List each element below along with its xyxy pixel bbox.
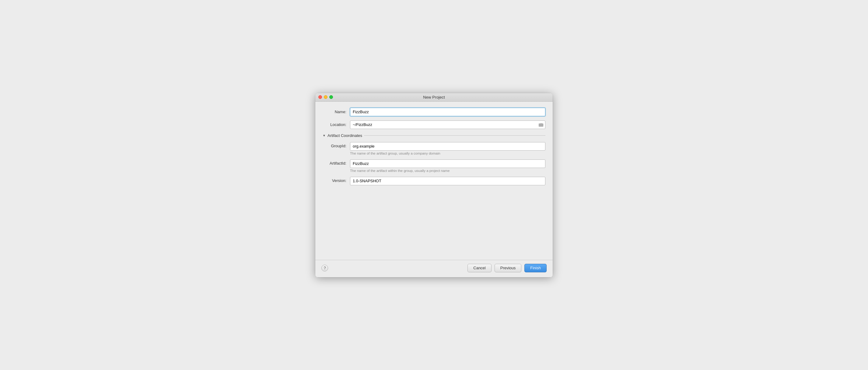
version-label: Version: [322,177,350,183]
location-label: Location: [322,122,350,127]
svg-rect-0 [539,124,543,127]
name-label: Name: [322,110,350,114]
name-input[interactable] [350,108,546,116]
traffic-lights [318,95,333,99]
location-input[interactable] [350,121,546,129]
artifact-coordinates-title: Artifact Coordinates [328,133,362,138]
location-wrapper [350,121,546,129]
artifact-coordinates-header: ▼ Artifact Coordinates [322,133,546,138]
titlebar: New Project [315,93,553,102]
cancel-button[interactable]: Cancel [467,264,491,272]
section-divider [364,135,546,136]
groupid-label: GroupId: [322,142,350,148]
footer-left: ? [321,265,328,271]
artifactid-field-wrapper: The name of the artifact within the grou… [350,159,546,176]
content-spacer [322,187,546,247]
version-row: Version: [322,177,546,185]
previous-button[interactable]: Previous [495,264,522,272]
artifact-section: GroupId: The name of the artifact group,… [322,142,546,185]
artifactid-input[interactable] [350,159,546,168]
dialog-footer: ? Cancel Previous Finish [315,260,553,277]
artifactid-row: ArtifactId: The name of the artifact wit… [322,159,546,176]
version-input[interactable] [350,177,546,185]
location-row: Location: [322,121,546,129]
groupid-field-wrapper: The name of the artifact group, usually … [350,142,546,158]
help-button[interactable]: ? [321,265,328,271]
finish-button[interactable]: Finish [524,264,547,272]
groupid-hint: The name of the artifact group, usually … [350,152,546,155]
version-field-wrapper [350,177,546,185]
groupid-input[interactable] [350,142,546,151]
browse-folder-button[interactable] [539,123,544,127]
artifactid-hint: The name of the artifact within the grou… [350,169,546,173]
new-project-dialog: New Project Name: Location: ▼ [315,93,553,277]
name-row: Name: [322,108,546,116]
footer-right: Cancel Previous Finish [467,264,547,272]
maximize-button[interactable] [329,95,333,99]
close-button[interactable] [318,95,322,99]
collapse-arrow[interactable]: ▼ [322,134,326,137]
groupid-row: GroupId: The name of the artifact group,… [322,142,546,158]
artifactid-label: ArtifactId: [322,159,350,165]
minimize-button[interactable] [324,95,328,99]
window-title: New Project [423,95,445,99]
dialog-content: Name: Location: ▼ Artifact Coordinates [315,102,553,260]
